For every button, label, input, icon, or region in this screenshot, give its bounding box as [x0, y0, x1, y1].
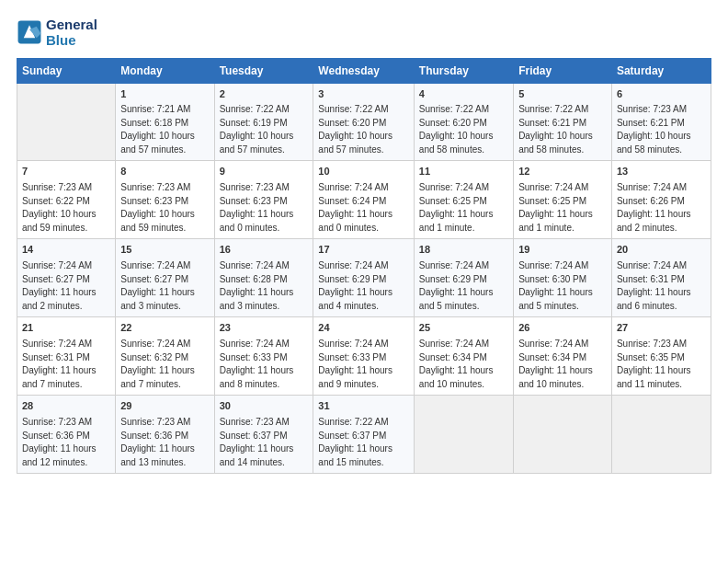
calendar-cell: 4Sunrise: 7:22 AMSunset: 6:20 PMDaylight…: [414, 83, 513, 161]
day-number: 24: [318, 321, 409, 336]
day-number: 1: [120, 87, 209, 102]
calendar-cell: 9Sunrise: 7:23 AMSunset: 6:23 PMDaylight…: [214, 161, 313, 239]
day-info: Daylight: 11 hours and 2 minutes.: [617, 208, 706, 235]
day-info: Daylight: 11 hours and 0 minutes.: [220, 208, 309, 235]
calendar-cell: 8Sunrise: 7:23 AMSunset: 6:23 PMDaylight…: [116, 161, 214, 239]
page: General Blue SundayMondayTuesdayWednesda…: [0, 0, 728, 563]
day-info: Sunrise: 7:22 AM: [220, 103, 309, 117]
calendar-cell: 14Sunrise: 7:24 AMSunset: 6:27 PMDayligh…: [17, 239, 116, 317]
calendar-cell: 17Sunrise: 7:24 AMSunset: 6:29 PMDayligh…: [313, 239, 415, 317]
day-info: Daylight: 11 hours and 11 minutes.: [617, 364, 706, 391]
day-info: Sunset: 6:20 PM: [318, 117, 409, 131]
day-info: Sunrise: 7:24 AM: [518, 259, 607, 273]
weekday-wednesday: Wednesday: [313, 58, 415, 83]
logo: General Blue: [17, 17, 97, 49]
day-info: Sunrise: 7:24 AM: [220, 338, 309, 351]
day-number: 29: [120, 399, 209, 414]
day-number: 26: [518, 321, 607, 336]
day-info: Daylight: 11 hours and 5 minutes.: [518, 286, 607, 313]
day-info: Sunrise: 7:22 AM: [318, 103, 409, 117]
day-info: Sunrise: 7:21 AM: [120, 103, 209, 117]
calendar-cell: 20Sunrise: 7:24 AMSunset: 6:31 PMDayligh…: [611, 239, 711, 317]
day-number: 12: [518, 165, 607, 179]
day-info: Sunrise: 7:24 AM: [419, 181, 508, 195]
weekday-monday: Monday: [116, 58, 214, 83]
day-info: Sunset: 6:37 PM: [220, 430, 309, 443]
week-row-4: 21Sunrise: 7:24 AMSunset: 6:31 PMDayligh…: [17, 317, 711, 396]
day-info: Daylight: 11 hours and 1 minute.: [419, 208, 508, 235]
day-info: Sunset: 6:19 PM: [220, 117, 309, 131]
calendar-cell: 1Sunrise: 7:21 AMSunset: 6:18 PMDaylight…: [116, 83, 214, 161]
day-info: Daylight: 10 hours and 57 minutes.: [318, 130, 409, 156]
calendar-cell: 18Sunrise: 7:24 AMSunset: 6:29 PMDayligh…: [414, 239, 513, 317]
day-info: Sunset: 6:34 PM: [518, 351, 607, 365]
day-info: Daylight: 11 hours and 9 minutes.: [318, 364, 409, 391]
calendar-cell: 26Sunrise: 7:24 AMSunset: 6:34 PMDayligh…: [514, 317, 612, 396]
day-number: 28: [22, 399, 110, 414]
day-info: Sunset: 6:20 PM: [419, 117, 508, 131]
calendar-cell: 2Sunrise: 7:22 AMSunset: 6:19 PMDaylight…: [214, 83, 313, 161]
day-info: Sunset: 6:32 PM: [120, 351, 209, 365]
day-number: 10: [318, 165, 409, 179]
calendar-cell: 21Sunrise: 7:24 AMSunset: 6:31 PMDayligh…: [17, 317, 116, 396]
day-info: Daylight: 11 hours and 14 minutes.: [220, 442, 309, 469]
week-row-2: 7Sunrise: 7:23 AMSunset: 6:22 PMDaylight…: [17, 161, 711, 239]
day-info: Daylight: 11 hours and 3 minutes.: [220, 286, 309, 313]
day-info: Sunset: 6:36 PM: [120, 430, 209, 443]
day-info: Sunset: 6:21 PM: [518, 117, 607, 131]
day-number: 27: [617, 321, 706, 336]
day-info: Sunset: 6:18 PM: [120, 117, 209, 131]
header: General Blue: [17, 17, 711, 49]
day-number: 21: [22, 321, 110, 336]
day-info: Sunrise: 7:23 AM: [120, 416, 209, 430]
day-number: 3: [318, 87, 409, 102]
day-info: Daylight: 11 hours and 0 minutes.: [318, 208, 409, 235]
calendar-cell: 5Sunrise: 7:22 AMSunset: 6:21 PMDaylight…: [514, 83, 612, 161]
day-info: Sunset: 6:27 PM: [22, 273, 110, 287]
day-number: 20: [617, 243, 706, 258]
day-info: Sunrise: 7:24 AM: [419, 259, 508, 273]
day-info: Daylight: 11 hours and 10 minutes.: [419, 364, 508, 391]
day-info: Sunrise: 7:24 AM: [120, 259, 209, 273]
calendar-cell: 30Sunrise: 7:23 AMSunset: 6:37 PMDayligh…: [214, 396, 313, 474]
day-info: Sunrise: 7:24 AM: [518, 181, 607, 195]
day-number: 23: [220, 321, 309, 336]
day-number: 30: [220, 399, 309, 414]
day-number: 22: [120, 321, 209, 336]
day-info: Sunset: 6:27 PM: [120, 273, 209, 287]
week-row-1: 1Sunrise: 7:21 AMSunset: 6:18 PMDaylight…: [17, 83, 711, 161]
day-info: Sunrise: 7:23 AM: [220, 416, 309, 430]
day-info: Sunset: 6:23 PM: [220, 195, 309, 209]
day-info: Sunrise: 7:23 AM: [617, 103, 706, 117]
day-info: Daylight: 10 hours and 58 minutes.: [617, 130, 706, 156]
day-info: Sunrise: 7:22 AM: [419, 103, 508, 117]
logo-icon: [17, 19, 42, 45]
day-info: Sunrise: 7:23 AM: [120, 181, 209, 195]
day-info: Sunset: 6:31 PM: [617, 273, 706, 287]
day-info: Daylight: 11 hours and 7 minutes.: [120, 364, 209, 391]
day-info: Sunrise: 7:23 AM: [22, 416, 110, 430]
day-number: 17: [318, 243, 409, 258]
day-info: Daylight: 11 hours and 8 minutes.: [220, 364, 309, 391]
day-info: Daylight: 10 hours and 59 minutes.: [120, 208, 209, 235]
day-number: 5: [518, 87, 607, 102]
day-info: Sunrise: 7:24 AM: [22, 338, 110, 351]
day-info: Sunset: 6:29 PM: [318, 273, 409, 287]
day-info: Sunset: 6:30 PM: [518, 273, 607, 287]
day-info: Sunrise: 7:23 AM: [22, 181, 110, 195]
weekday-thursday: Thursday: [414, 58, 513, 83]
day-info: Daylight: 10 hours and 58 minutes.: [518, 130, 607, 156]
day-number: 11: [419, 165, 508, 179]
day-info: Sunrise: 7:23 AM: [617, 338, 706, 351]
calendar-cell: 28Sunrise: 7:23 AMSunset: 6:36 PMDayligh…: [17, 396, 116, 474]
day-info: Sunrise: 7:23 AM: [220, 181, 309, 195]
day-info: Sunrise: 7:24 AM: [617, 259, 706, 273]
day-info: Sunrise: 7:24 AM: [220, 259, 309, 273]
day-info: Sunrise: 7:24 AM: [518, 338, 607, 351]
week-row-3: 14Sunrise: 7:24 AMSunset: 6:27 PMDayligh…: [17, 239, 711, 317]
calendar-cell: 6Sunrise: 7:23 AMSunset: 6:21 PMDaylight…: [611, 83, 711, 161]
weekday-tuesday: Tuesday: [214, 58, 313, 83]
day-info: Sunset: 6:35 PM: [617, 351, 706, 365]
calendar-cell: 22Sunrise: 7:24 AMSunset: 6:32 PMDayligh…: [116, 317, 214, 396]
day-info: Sunset: 6:29 PM: [419, 273, 508, 287]
